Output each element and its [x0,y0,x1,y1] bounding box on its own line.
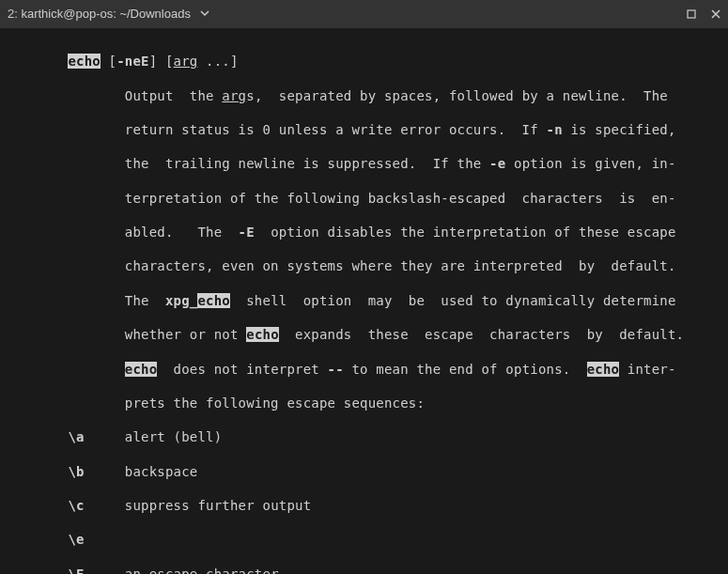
man-desc-line: prets the following escape sequences: [11,395,717,411]
window-title: 2: karthick@pop-os: ~/Downloads [8,7,191,23]
svg-rect-0 [688,10,695,18]
escape-row: \a alert (bell) [11,428,717,445]
man-desc-line: return status is 0 unless a write error … [11,121,717,138]
terminal-viewport[interactable]: echo [-neE] [arg ...] Output the args, s… [0,28,728,574]
escape-row: \b backspace [11,463,717,480]
escape-row: \c suppress further output [11,497,717,514]
man-desc-line: the trailing newline is suppressed. If t… [11,155,717,172]
man-desc-line: whether or not echo expands these escape… [11,326,717,343]
man-desc-line: Output the args, separated by spaces, fo… [11,87,717,104]
man-desc-line: terpretation of the following backslash-… [11,190,717,207]
man-desc-line: echo does not interpret -- to mean the e… [11,361,717,378]
chevron-down-icon[interactable] [200,7,209,23]
escape-row: \E an escape character [11,566,717,574]
man-desc-line: abled. The -E option disables the interp… [11,224,717,240]
close-icon[interactable] [711,9,720,19]
man-synopsis: echo [-neE] [arg ...] [11,53,717,70]
man-desc-line: The xpg_echo shell option may be used to… [11,292,717,309]
escape-row: \e [11,531,717,548]
man-desc-line: characters, even on systems where they a… [11,257,717,274]
window-titlebar: 2: karthick@pop-os: ~/Downloads [0,0,728,28]
maximize-icon[interactable] [687,9,696,19]
